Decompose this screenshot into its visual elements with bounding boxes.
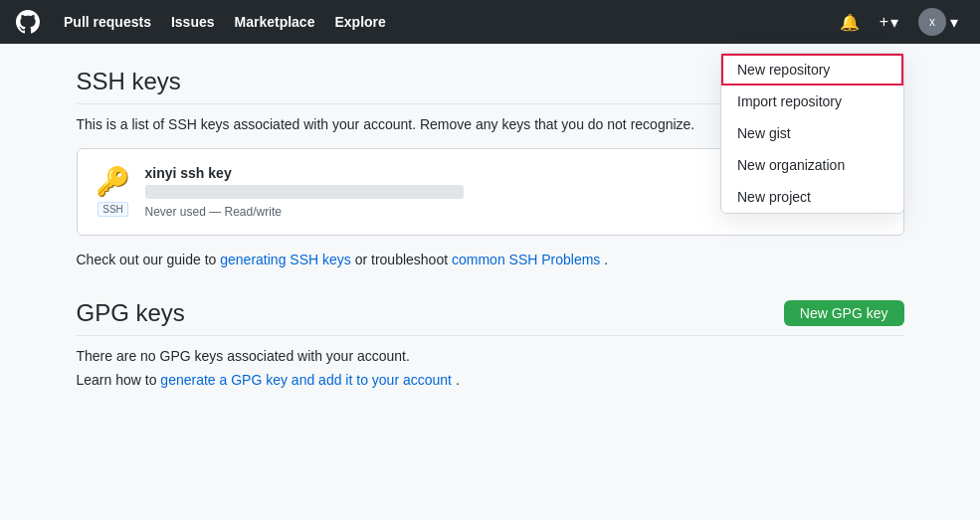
- gpg-section-title: GPG keys: [77, 299, 185, 327]
- ssh-helper-post: .: [604, 252, 608, 267]
- gpg-no-keys-text: There are no GPG keys associated with yo…: [77, 348, 904, 364]
- dropdown-new-gist[interactable]: New gist: [721, 117, 903, 149]
- key-icon: 🔑: [96, 165, 130, 198]
- plus-icon: +: [880, 13, 888, 31]
- user-chevron-icon: ▾: [950, 13, 958, 32]
- github-logo[interactable]: [16, 10, 40, 34]
- dropdown-import-repository[interactable]: Import repository: [721, 86, 903, 117]
- ssh-key-name: xinyi ssh key: [145, 165, 810, 181]
- nav-explore[interactable]: Explore: [326, 6, 393, 38]
- chevron-down-icon: ▾: [890, 13, 898, 32]
- nav-pull-requests[interactable]: Pull requests: [56, 6, 159, 38]
- nav-issues[interactable]: Issues: [163, 6, 223, 38]
- generating-ssh-keys-link[interactable]: generating SSH keys: [220, 252, 351, 267]
- ssh-helper-text: Check out our guide to generating SSH ke…: [77, 252, 904, 267]
- gpg-learn-post: .: [456, 372, 460, 388]
- dropdown-new-organization[interactable]: New organization: [721, 149, 903, 181]
- gpg-section-header: GPG keys New GPG key: [77, 299, 904, 336]
- gpg-section: GPG keys New GPG key There are no GPG ke…: [77, 299, 904, 388]
- navbar: Pull requests Issues Marketplace Explore…: [0, 0, 980, 44]
- new-menu-container: + ▾ New repository Import repository New…: [874, 9, 904, 36]
- gpg-helper-text: Learn how to generate a GPG key and add …: [77, 372, 904, 388]
- common-ssh-problems-link[interactable]: common SSH Problems: [452, 252, 600, 267]
- notification-button[interactable]: 🔔: [834, 9, 866, 36]
- nav-marketplace[interactable]: Marketplace: [227, 6, 323, 38]
- ssh-key-meta: Never used — Read/write: [145, 205, 810, 219]
- new-gpg-key-button[interactable]: New GPG key: [784, 300, 904, 326]
- ssh-section-title: SSH keys: [77, 68, 181, 95]
- ssh-key-fingerprint: [145, 185, 464, 199]
- ssh-badge: SSH: [98, 202, 128, 217]
- nav-links: Pull requests Issues Marketplace Explore: [56, 6, 394, 38]
- user-menu-button[interactable]: x ▾: [912, 4, 964, 40]
- ssh-helper-pre: Check out our guide to: [77, 252, 221, 267]
- dropdown-new-project[interactable]: New project: [721, 181, 903, 213]
- ssh-key-icon-wrap: 🔑 SSH: [94, 165, 133, 217]
- generate-gpg-key-link[interactable]: generate a GPG key and add it to your ac…: [160, 372, 452, 388]
- dropdown-new-repository[interactable]: New repository: [721, 54, 903, 86]
- navbar-right: 🔔 + ▾ New repository Import repository N…: [834, 4, 964, 40]
- bell-icon: 🔔: [840, 13, 860, 32]
- new-menu-button[interactable]: + ▾: [874, 9, 904, 36]
- new-dropdown-menu: New repository Import repository New gis…: [720, 53, 904, 214]
- ssh-key-info: xinyi ssh key Never used — Read/write: [145, 165, 810, 219]
- gpg-learn-pre: Learn how to: [77, 372, 161, 388]
- avatar: x: [918, 8, 946, 36]
- ssh-helper-mid: or troubleshoot: [355, 252, 452, 267]
